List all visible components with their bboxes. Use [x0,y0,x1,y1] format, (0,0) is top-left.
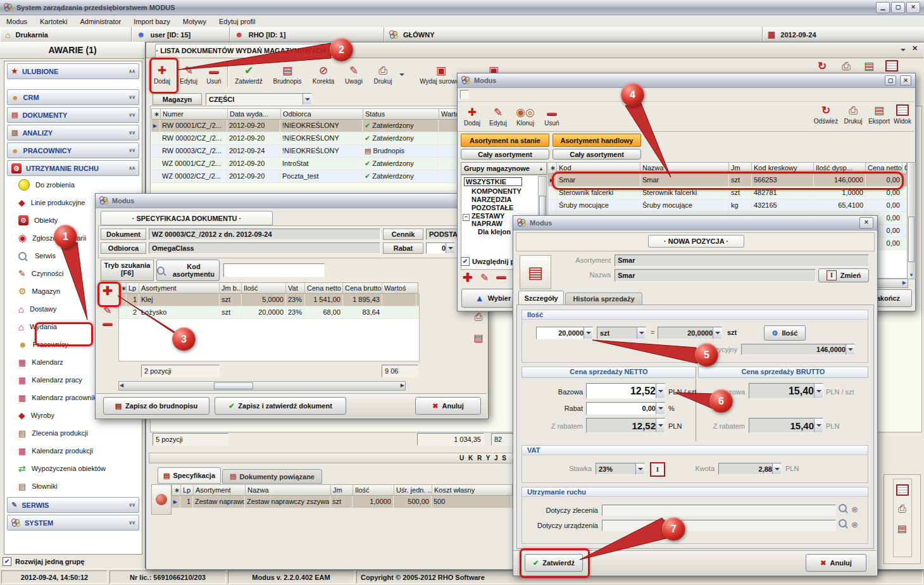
delete-group-button[interactable] [496,276,506,279]
add-group-button[interactable]: ✚ [463,270,473,285]
stan-dyspozycyjny-value[interactable]: 146,0000 [741,344,855,355]
grid-settings-icon[interactable]: ∗ [152,109,161,119]
bottom-table-header[interactable]: ∗ Lp Asortyment Nazwa Jm Ilość Uśr. jedn… [172,484,513,496]
user-segment[interactable]: ☻user [ID: 15] [132,27,230,42]
sidebar-group-system[interactable]: SYSTEM∨∨ [7,515,139,531]
rabat-input[interactable]: 0,00 [586,402,665,415]
col-data[interactable]: Data wyda... [228,109,281,119]
uwzglednij-option[interactable]: ✔Uwzględnij p [461,257,515,266]
netto-zrabatem-value[interactable]: 12,52 [586,418,665,433]
tab-specyfikacja[interactable]: ▤Specyfikacja [158,467,221,484]
ibeam-icon[interactable]: I [650,462,665,477]
export-doc-icon[interactable]: ▤ [897,522,907,534]
stawka-select[interactable]: 23% [596,463,645,475]
dropdown-icon[interactable] [846,344,854,355]
zmien-button[interactable]: IZmień [818,268,869,282]
quantity-input[interactable]: 20,0000 [536,327,593,339]
printer-icon[interactable]: ⎙ [898,503,906,515]
export-doc-icon[interactable]: ▤ [473,332,483,344]
sidebar-group-crm[interactable]: ☻CRM∨∨ [7,89,139,105]
close-icon[interactable]: ✕ [859,217,873,229]
tree-item-wszystkie[interactable]: WSZYSTKIE [464,177,522,186]
table-row[interactable]: WZ 00002/CZ_/2...2012-09-20Poczta_test✔ … [151,170,489,183]
dropdown-icon[interactable] [656,403,665,414]
tree-collapse-icon[interactable]: − [463,214,470,221]
col-numer[interactable]: Numer [161,109,228,119]
company-segment[interactable]: ☻RHO [ID: 1] [230,27,384,42]
odswiez-button[interactable]: ↻Odśwież [812,104,840,125]
magazyn-select[interactable]: CZĘŚCI [206,93,312,105]
filter-caly-asortyment-1[interactable]: Cały asortyment [461,149,549,160]
dropdown-icon[interactable] [303,94,311,104]
sidebar-item-zlecenia-produkcji[interactable]: ▤Zlecenia produkcji [4,424,142,442]
scrollbar-thumb[interactable] [908,217,915,262]
ilosc-button[interactable]: ⚙Ilość [764,325,806,341]
app-titlebar[interactable]: System zarządzania przedsiębiorstwem MOD… [0,0,924,15]
horizontal-scrollbar[interactable]: ◀ ▶ [118,381,406,391]
restore-icon[interactable]: ▢ [885,75,896,85]
quantity-converted[interactable]: 20,0000 [658,327,722,339]
kod-asortymentu-button[interactable]: Kod asortymentu [156,260,220,281]
scroll-up-icon[interactable]: ▲ [539,163,544,174]
tree-item-pozostale[interactable]: POZOSTAŁE [461,203,547,211]
zapisz-brudnopis-button[interactable]: ▤Zapisz do brudnopisu [103,397,209,415]
odswiez-icon-button[interactable]: ↻ [812,60,832,73]
table-row[interactable]: ▸ 1 Zestaw naprawc... Zestaw naprawczy z… [172,496,513,508]
usun-button[interactable]: Usuń [203,65,225,85]
tree-item-komponenty[interactable]: KOMPONENTY [461,186,547,195]
sidebar-group-dokumenty[interactable]: ▤DOKUMENTY∨∨ [7,107,139,123]
dropdown-icon[interactable] [814,384,823,398]
dropdown-icon[interactable] [635,463,644,474]
tab-historia-sprzedazy[interactable]: Historia sprzedaży [565,292,642,305]
brutto-bazowa-value[interactable]: 15,40 [749,383,823,399]
awarie-header[interactable]: AWARIE (1) [0,42,145,59]
filter-asortyment-handlowy[interactable]: Asortyment handlowy [553,134,641,147]
dotyczy-urzadzenia-input[interactable] [602,520,836,531]
drukuj-button[interactable]: ⎙Drukuj [369,65,397,85]
menu-edytuj-profil[interactable]: Edytuj profil [213,18,261,25]
menu-kartoteki[interactable]: Kartoteki [34,18,73,25]
date-segment[interactable]: ▦2012-09-24 [763,27,924,42]
menu-motywy[interactable]: Motywy [177,18,213,25]
brudnopis-button[interactable]: ▤Brudnopis [269,65,306,85]
tree-item-zestawy[interactable]: −ZESTAWY NAPRAW [461,211,516,227]
table-row[interactable]: RW 00003/CZ_/2...2012-09-24!NIEOKREŚLONY… [151,145,489,158]
dropdown-icon[interactable] [584,327,592,339]
dropdown-icon[interactable] [814,418,823,432]
filter-caly-asortyment-2[interactable]: Cały asortyment [553,149,641,160]
anuluj-button[interactable]: ✖Anuluj [415,397,481,415]
scroll-right-icon[interactable]: ▶ [902,280,906,286]
edit-group-button[interactable]: ✎ [480,272,489,284]
usun-button[interactable]: Usuń [540,106,563,127]
location-segment[interactable]: ⌂Drukarnia [0,27,132,42]
vertical-scrollbar[interactable]: ▼ [907,162,916,279]
unit-select[interactable]: szt [597,327,646,339]
scroll-right-icon[interactable]: ▶ [401,382,404,388]
close-icon[interactable]: ✕ [912,44,918,53]
printer-icon[interactable]: ⎙ [475,311,483,323]
table-row[interactable]: 1Klejszt5,000023%1 541,001 895,43 [119,294,419,306]
klonuj-button[interactable]: ◉◎Klonuj [513,106,538,127]
delete-position-button[interactable] [103,323,113,326]
search-icon[interactable] [839,519,847,529]
close-icon[interactable]: ✕ [900,75,911,85]
drukuj-dropdown-icon[interactable] [399,73,404,76]
table-row[interactable]: Śruby mocująceŚruby mocującekg43216565,4… [548,199,908,212]
eksport-icon-button[interactable]: ▤ [859,60,879,73]
filter-asortyment-na-stanie[interactable]: Asortyment na stanie [461,134,549,147]
drukuj-button[interactable]: ⎙Drukuj [841,104,865,125]
table-row[interactable]: RW 00002/CZ_/2...2012-09-20!NIEOKREŚLONY… [151,132,489,145]
tree-item-narzedzia[interactable]: NARZĘDZIA [461,195,547,203]
sidebar-item-kalendarz-produkcji[interactable]: ▦Kalendarz produkcji [4,442,142,460]
spec-titlebar[interactable]: Modus [96,194,488,208]
col-odbiorca[interactable]: Odbiorca [281,109,363,119]
anuluj-button[interactable]: ✖Anuluj [806,554,866,572]
dropdown-icon[interactable] [446,243,454,253]
scroll-down-icon[interactable]: ▼ [909,272,914,278]
expand-one-group-option[interactable]: ✔Rozwijaj jedną grupę [3,556,142,567]
doc-table-header[interactable]: ∗ Numer Data wyda... Odbiorca Status War… [151,108,489,120]
tree-item-dla-klejon[interactable]: Dla klejon [461,227,516,236]
menu-modus[interactable]: Modus [0,18,34,25]
checkbox-checked-icon[interactable]: ✔ [461,257,470,266]
dropdown-icon[interactable] [637,327,646,339]
